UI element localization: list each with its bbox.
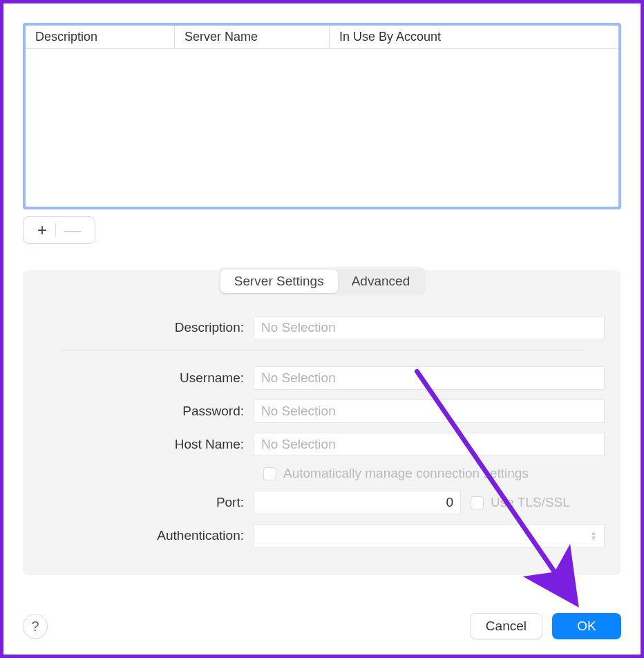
server-list-header: Description Server Name In Use By Accoun… xyxy=(26,26,618,49)
auto-manage-row: Automatically manage connection settings xyxy=(263,466,605,481)
auto-manage-label: Automatically manage connection settings xyxy=(283,466,529,481)
server-list-body[interactable] xyxy=(26,49,618,207)
tls-checkbox xyxy=(471,496,484,509)
auto-manage-checkbox xyxy=(263,467,276,480)
chevron-up-down-icon: ▲▼ xyxy=(590,530,597,541)
tab-segment: Server Settings Advanced xyxy=(218,267,426,295)
dialog-footer: ? Cancel OK xyxy=(23,613,621,639)
port-field[interactable] xyxy=(254,491,461,514)
column-header-server-name[interactable]: Server Name xyxy=(175,26,330,48)
tab-advanced[interactable]: Advanced xyxy=(338,270,424,293)
window-frame: Description Server Name In Use By Accoun… xyxy=(0,0,644,658)
server-list-table[interactable]: Description Server Name In Use By Accoun… xyxy=(23,23,621,209)
username-label: Username: xyxy=(39,370,254,386)
server-settings-form: Description: Username: Password: Host Na… xyxy=(23,298,621,547)
tab-server-settings[interactable]: Server Settings xyxy=(220,270,338,293)
authentication-label: Authentication: xyxy=(39,528,254,543)
authentication-select[interactable]: ▲▼ xyxy=(254,524,605,547)
password-label: Password: xyxy=(39,404,254,419)
cancel-button[interactable]: Cancel xyxy=(470,613,542,639)
hostname-label: Host Name: xyxy=(39,437,254,452)
port-label: Port: xyxy=(39,495,254,510)
settings-panel: Server Settings Advanced Description: Us… xyxy=(23,270,621,575)
username-field[interactable] xyxy=(254,366,605,390)
description-field[interactable] xyxy=(254,316,605,339)
add-server-button[interactable]: + xyxy=(33,222,51,238)
add-remove-control: + — xyxy=(23,216,95,244)
add-remove-separator xyxy=(55,223,56,237)
remove-server-button: — xyxy=(60,222,85,238)
column-header-description[interactable]: Description xyxy=(26,26,175,48)
column-header-in-use[interactable]: In Use By Account xyxy=(330,26,618,48)
description-label: Description: xyxy=(39,320,254,335)
help-button[interactable]: ? xyxy=(23,614,48,639)
ok-button[interactable]: OK xyxy=(552,613,621,639)
tls-label: Use TLS/SSL xyxy=(491,495,570,510)
form-divider xyxy=(60,350,584,351)
tab-bar: Server Settings Advanced xyxy=(23,267,621,295)
hostname-field[interactable] xyxy=(254,433,605,456)
password-field[interactable] xyxy=(254,400,605,423)
